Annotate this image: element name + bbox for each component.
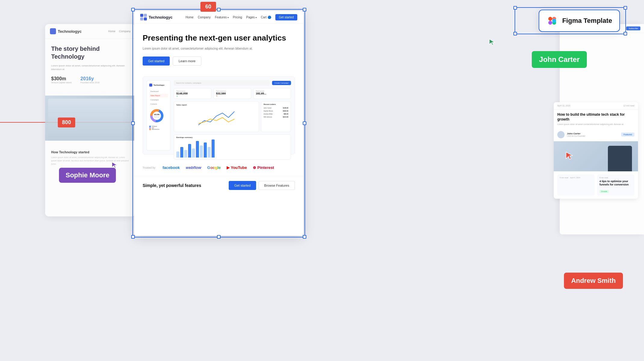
- svg-rect-0: [140, 14, 143, 17]
- left-bottom-content: How Technology started Lorem ipsum dolor…: [45, 141, 135, 172]
- features-browse-button[interactable]: Browse Features: [259, 181, 295, 190]
- right-blog-panel: April 10, 2020 12 min read How to build …: [554, 102, 638, 199]
- left-stat-2: 2016y Founded since 2016: [80, 76, 99, 84]
- left-stat1-label: Venture capital raised: [51, 81, 71, 84]
- right-web-subscribe-button[interactable]: Subscribe: [626, 26, 640, 30]
- nav-company: Company: [198, 16, 211, 19]
- bar-4: [188, 144, 191, 158]
- svg-rect-3: [144, 17, 147, 20]
- left-stat2-label: Founded since 2016: [80, 81, 99, 84]
- figma-template-badge: Figma Template: [539, 10, 620, 32]
- dash-stat-expenses-val: $32,580: [216, 92, 249, 95]
- features-buttons: Get started Browse Features: [229, 181, 295, 190]
- bar-6: [196, 141, 199, 158]
- dash-chart-title: Sales report: [176, 104, 256, 106]
- left-title: The story behind Technology: [51, 45, 129, 60]
- dash-stat-earned-val: 182,65...: [256, 92, 288, 95]
- left-subtitle: How Technology started: [51, 150, 129, 154]
- dash-recent-title: Recent orders: [264, 103, 288, 105]
- badge-andrew-smith: Andrew Smith: [564, 273, 623, 289]
- dash-menu-sales[interactable]: Sales Report: [149, 94, 168, 97]
- svg-marker-17: [112, 162, 117, 168]
- dash-recent-row-4: Will Johnson $214.00: [264, 116, 288, 118]
- left-logo: Technologyc: [50, 28, 82, 34]
- nav-home: Home: [185, 16, 194, 19]
- blog-title: How to build the ultimate tech stack for…: [554, 109, 638, 123]
- badge-800: 800: [58, 118, 75, 127]
- dash-recent-row-3: Andrew Miller $96.00: [264, 113, 288, 115]
- blog-header: April 10, 2020 12 min read: [554, 102, 638, 109]
- dash-search-row: Search for contacts, campaigns Create Ca…: [174, 80, 291, 86]
- main-logo-svg: [140, 14, 147, 20]
- dash-menu-dashboard[interactable]: Dashboard: [149, 90, 168, 93]
- blog-featured-badge: Featured: [621, 133, 634, 136]
- pinterest-logo: ⊕ Pinterest: [253, 165, 274, 170]
- svg-text:Expenses: Expenses: [154, 116, 159, 118]
- dash-chart-area: Sales report: [174, 101, 259, 132]
- dash-content-row: Sales report Recent orders John Carter $…: [174, 101, 291, 132]
- blog-small-date-1: 5 min read: [560, 177, 568, 179]
- badge-60: 60: [200, 2, 216, 12]
- trusted-section: Trusted by facebook webflow Google ▶ You…: [134, 159, 303, 176]
- dash-logo-dot: [149, 84, 152, 87]
- main-hero: Presenting the next-gen user analytics L…: [134, 24, 303, 72]
- left-nav-company: Company: [119, 30, 131, 33]
- webflow-logo: webflow: [186, 165, 201, 170]
- hero-subtitle: Lorem ipsum dolor sit amet, consecteturl…: [143, 46, 295, 51]
- left-stats: $300m Venture capital raised 2016y Found…: [51, 76, 129, 84]
- features-title: Simple, yet powerful features: [143, 183, 201, 188]
- figma-template-text: Figma Template: [562, 17, 612, 25]
- dash-line-chart: [176, 107, 256, 128]
- donut-legend: Software App Maintenance: [149, 126, 168, 130]
- blog-small-tag: Growth: [599, 190, 609, 193]
- dash-logo: Technologyc: [149, 84, 168, 87]
- dash-menu-campaigns[interactable]: Campaigns: [149, 98, 168, 102]
- nav-pricing: Pricing: [233, 16, 242, 19]
- left-stat-1: $300m Venture capital raised: [51, 76, 71, 84]
- purple-cursor: [111, 161, 119, 170]
- svg-marker-15: [489, 39, 495, 45]
- main-website-panel: Technologyc Home Company Features Pricin…: [134, 11, 303, 236]
- blog-author-name: John Carter: [567, 132, 585, 135]
- blog-small-meta-1: 5 min read April 5, 2020: [560, 177, 592, 179]
- dash-recent-row-2: Sophie Moore $320.00: [264, 110, 288, 112]
- arrow-cursor: [488, 38, 497, 47]
- dash-stat-revenue-change: ▲: [176, 95, 209, 97]
- hero-title: Presenting the next-gen user analytics: [143, 33, 295, 43]
- blog-subtitle: Lorem ipsum dolor sit amet consecteturlo…: [554, 123, 638, 129]
- hero-learn-more-button[interactable]: Learn more: [173, 57, 201, 66]
- dash-earnings-title: Earnings summary: [176, 136, 288, 138]
- hero-get-started-button[interactable]: Get started: [143, 57, 170, 66]
- dash-menu-contacts[interactable]: Contacts: [149, 102, 168, 106]
- nav-features[interactable]: Features: [215, 16, 229, 19]
- bar-10: [212, 139, 215, 158]
- blog-author-role: CEO & Co-Founder: [567, 135, 585, 137]
- nav-cart[interactable]: Cart 🔵: [261, 16, 271, 19]
- bar-8: [204, 142, 207, 158]
- features-get-started-button[interactable]: Get started: [229, 181, 256, 190]
- dash-logo-label: Technologyc: [153, 84, 165, 86]
- nav-pages[interactable]: Pages: [246, 16, 257, 19]
- nav-cta-button[interactable]: Get started: [275, 14, 297, 20]
- hero-buttons: Get started Learn more: [143, 57, 295, 66]
- youtube-logo: ▶ YouTube: [227, 165, 247, 170]
- dash-recent-orders: Recent orders John Carter $148.00 Sophie…: [261, 101, 291, 132]
- blog-small-meta-2: 8 min read: [599, 177, 632, 179]
- svg-rect-1: [144, 14, 147, 17]
- facebook-logo: facebook: [163, 165, 180, 170]
- donut-chart: $32,580 Expenses: [149, 108, 164, 123]
- bar-3: [184, 150, 187, 158]
- cursor-svg: [488, 38, 497, 46]
- blog-small-date-2: 8 min read: [599, 177, 608, 179]
- trusted-logos: facebook webflow Google ▶ YouTube ⊕ Pint…: [163, 165, 274, 170]
- blog-image-device: [608, 146, 632, 171]
- badge-john-carter: John Carter: [532, 51, 587, 68]
- dash-create-btn[interactable]: Create Campaign: [272, 81, 291, 85]
- bar-5: [192, 148, 195, 158]
- dash-sidebar: Technologyc Dashboard Sales Report Campa…: [147, 80, 171, 151]
- left-panel-header: Technologyc Home Company: [45, 24, 135, 39]
- dash-stats-row: Total revenue $148,058 ▲ Total expenses …: [174, 88, 291, 99]
- left-logo-text: Technologyc: [58, 29, 82, 34]
- dash-search[interactable]: Search for contacts, campaigns: [174, 80, 270, 86]
- badge-sophie: Sophie Moore: [59, 168, 116, 183]
